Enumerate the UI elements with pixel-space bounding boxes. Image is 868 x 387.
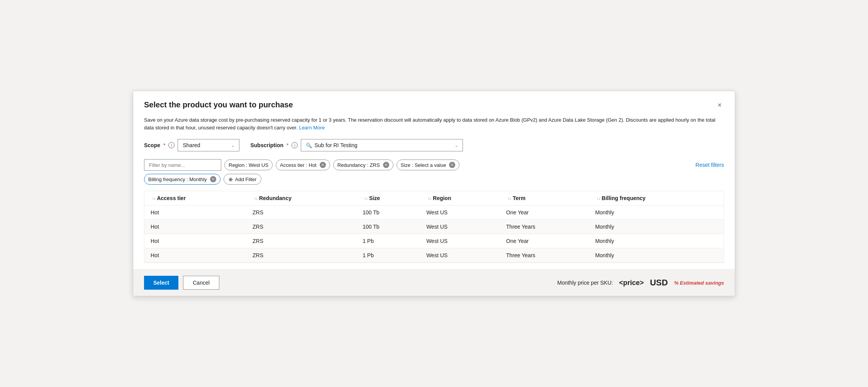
dialog: Select the product you want to purchase … xyxy=(133,91,735,296)
access-tier-filter-remove[interactable]: ✕ xyxy=(320,162,326,168)
filter-by-name-input[interactable] xyxy=(144,159,221,171)
subscription-search-icon: 🔍 xyxy=(306,143,312,148)
dialog-footer: Select Cancel Monthly price per SKU: <pr… xyxy=(133,269,735,296)
table-row[interactable]: HotZRS100 TbWest USThree YearsMonthly xyxy=(144,220,724,234)
scope-chevron-icon: ⌄ xyxy=(231,143,234,148)
product-table: ↑↓ Access tier ↑↓ Redundancy ↑↓ Size ↑ xyxy=(144,191,724,263)
table-row[interactable]: HotZRS1 PbWest USOne YearMonthly xyxy=(144,234,724,248)
product-table-container: ↑↓ Access tier ↑↓ Redundancy ↑↓ Size ↑ xyxy=(144,191,724,263)
sort-icon-size[interactable]: ↑↓ xyxy=(364,197,368,200)
price-label: Monthly price per SKU: xyxy=(557,280,613,286)
cell-access_tier: Hot xyxy=(144,205,246,220)
cell-billing_frequency: Monthly xyxy=(589,220,724,234)
redundancy-filter-label: Redundancy : ZRS xyxy=(337,162,380,168)
scope-group: Scope * i Shared ⌄ xyxy=(144,139,239,151)
billing-filter-label: Billing frequency : Monthly xyxy=(148,177,207,182)
price-value: <price> xyxy=(619,279,644,287)
subscription-required: * xyxy=(287,142,288,148)
access-tier-filter-tag[interactable]: Access tier : Hot ✕ xyxy=(276,160,330,170)
table-header-row: ↑↓ Access tier ↑↓ Redundancy ↑↓ Size ↑ xyxy=(144,191,724,205)
subscription-value: Sub for RI Testing xyxy=(314,142,357,148)
cell-region: West US xyxy=(420,234,500,248)
cell-region: West US xyxy=(420,248,500,263)
cell-term: One Year xyxy=(500,205,589,220)
scope-value: Shared xyxy=(183,142,200,148)
col-header-term: ↑↓ Term xyxy=(500,191,589,205)
col-header-access-tier: ↑↓ Access tier xyxy=(144,191,246,205)
cell-size: 1 Pb xyxy=(356,248,420,263)
dialog-title: Select the product you want to purchase xyxy=(144,100,293,109)
filters-row-1: Region : West US Access tier : Hot ✕ Red… xyxy=(144,159,724,171)
scope-required: * xyxy=(163,142,165,148)
select-button[interactable]: Select xyxy=(144,276,178,290)
subscription-info-icon[interactable]: i xyxy=(292,142,298,148)
cell-size: 100 Tb xyxy=(356,220,420,234)
sort-icon-term[interactable]: ↑↓ xyxy=(508,197,511,200)
cell-billing_frequency: Monthly xyxy=(589,205,724,220)
table-row[interactable]: HotZRS100 TbWest USOne YearMonthly xyxy=(144,205,724,220)
footer-pricing: Monthly price per SKU: <price> USD % Est… xyxy=(557,278,724,288)
access-tier-filter-label: Access tier : Hot xyxy=(280,162,317,168)
cell-redundancy: ZRS xyxy=(246,205,356,220)
col-header-billing-frequency: ↑↓ Billing frequency xyxy=(589,191,724,205)
col-header-region: ↑↓ Region xyxy=(420,191,500,205)
col-header-size: ↑↓ Size xyxy=(356,191,420,205)
add-filter-label: Add Filter xyxy=(235,177,257,182)
description-text: Save on your Azure data storage cost by … xyxy=(144,116,724,131)
region-filter-tag[interactable]: Region : West US xyxy=(224,160,273,170)
subscription-chevron-icon: ⌄ xyxy=(455,143,458,148)
cell-billing_frequency: Monthly xyxy=(589,248,724,263)
billing-frequency-filter-tag[interactable]: Billing frequency : Monthly ✕ xyxy=(144,174,220,185)
form-row: Scope * i Shared ⌄ Subscription * i 🔍 Su… xyxy=(144,139,724,151)
dialog-body: Save on your Azure data storage cost by … xyxy=(133,116,735,269)
sort-icon-region[interactable]: ↑↓ xyxy=(428,197,431,200)
price-currency: USD xyxy=(650,278,668,288)
col-header-redundancy: ↑↓ Redundancy xyxy=(246,191,356,205)
dialog-header: Select the product you want to purchase … xyxy=(133,91,735,116)
cell-region: West US xyxy=(420,220,500,234)
cell-size: 100 Tb xyxy=(356,205,420,220)
filters-row-2: Billing frequency : Monthly ✕ ⊕ Add Filt… xyxy=(144,174,724,185)
reset-filters-button[interactable]: Reset filters xyxy=(695,162,724,168)
cell-term: Three Years xyxy=(500,248,589,263)
cell-access_tier: Hot xyxy=(144,248,246,263)
cell-redundancy: ZRS xyxy=(246,248,356,263)
cell-size: 1 Pb xyxy=(356,234,420,248)
redundancy-filter-tag[interactable]: Redundancy : ZRS ✕ xyxy=(333,160,393,170)
cell-billing_frequency: Monthly xyxy=(589,234,724,248)
sort-icon-redundancy[interactable]: ↑↓ xyxy=(254,197,258,200)
cell-term: One Year xyxy=(500,234,589,248)
size-filter-remove[interactable]: ✕ xyxy=(449,162,455,168)
add-filter-button[interactable]: ⊕ Add Filter xyxy=(224,174,262,185)
cell-region: West US xyxy=(420,205,500,220)
cell-access_tier: Hot xyxy=(144,234,246,248)
subscription-label: Subscription xyxy=(250,142,283,148)
subscription-dropdown[interactable]: 🔍 Sub for RI Testing ⌄ xyxy=(301,139,463,151)
cell-access_tier: Hot xyxy=(144,220,246,234)
savings-text: % Estimated savings xyxy=(674,280,724,286)
region-filter-label: Region : West US xyxy=(229,162,268,168)
sort-icon-access-tier[interactable]: ↑↓ xyxy=(152,197,156,200)
redundancy-filter-remove[interactable]: ✕ xyxy=(383,162,389,168)
billing-filter-remove[interactable]: ✕ xyxy=(210,176,216,182)
add-filter-icon: ⊕ xyxy=(229,177,233,182)
size-filter-label: Size : Select a value xyxy=(401,162,446,168)
footer-actions: Select Cancel xyxy=(144,276,219,290)
size-filter-tag[interactable]: Size : Select a value ✕ xyxy=(397,160,460,170)
close-button[interactable]: × xyxy=(715,100,724,110)
learn-more-link[interactable]: Learn More xyxy=(299,125,324,131)
scope-label: Scope xyxy=(144,142,160,148)
subscription-group: Subscription * i 🔍 Sub for RI Testing ⌄ xyxy=(250,139,463,151)
table-row[interactable]: HotZRS1 PbWest USThree YearsMonthly xyxy=(144,248,724,263)
cancel-button[interactable]: Cancel xyxy=(183,276,219,290)
scope-info-icon[interactable]: i xyxy=(168,142,175,148)
scope-dropdown[interactable]: Shared ⌄ xyxy=(178,139,239,151)
cell-redundancy: ZRS xyxy=(246,220,356,234)
cell-term: Three Years xyxy=(500,220,589,234)
cell-redundancy: ZRS xyxy=(246,234,356,248)
sort-icon-billing[interactable]: ↑↓ xyxy=(597,197,600,200)
